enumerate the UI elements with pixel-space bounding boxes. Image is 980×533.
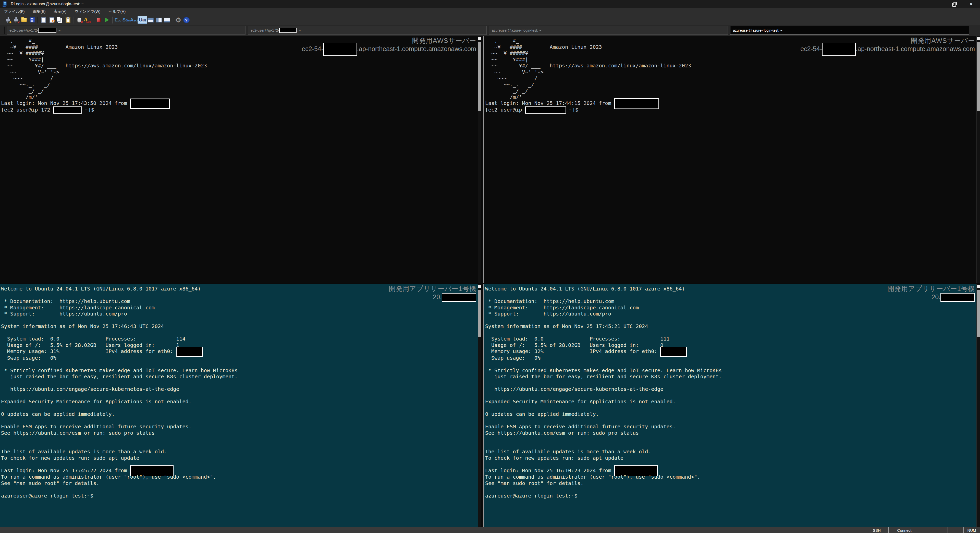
redaction-box xyxy=(614,465,658,476)
terminal-pane-bottom-right: Welcome to Ubuntu 24.04.1 LTS (GNU/Linux… xyxy=(484,284,980,527)
stop-icon[interactable] xyxy=(95,16,102,24)
terminal-output[interactable]: , #_ ~¥_ ####_ Amazon Linux 2023 ~~ ¥_##… xyxy=(0,36,478,283)
start-icon[interactable] xyxy=(103,16,110,24)
toolbar: + × ↻ × Euc SJis Ascii Utf8 ⚙ ? xyxy=(0,15,980,25)
redaction-box xyxy=(53,107,82,114)
close-button[interactable]: × xyxy=(962,0,980,8)
paste-icon[interactable] xyxy=(64,16,72,24)
encoding-sjis-button[interactable]: SJis xyxy=(122,16,130,24)
scrollbar-thumb[interactable] xyxy=(977,42,980,111)
status-protocol: SSH xyxy=(865,527,889,533)
rlogin-window: RLogin - azureuser@azure-rlogin-test: ~ … xyxy=(0,0,980,533)
split-vertical-icon[interactable] xyxy=(155,16,162,24)
titlebar: RLogin - azureuser@azure-rlogin-test: ~ … xyxy=(0,0,980,8)
toolbar-separator xyxy=(38,17,38,24)
scrollbar[interactable] xyxy=(977,284,980,527)
menu-help[interactable]: ヘルプ(H) xyxy=(104,8,130,15)
status-numlock: NUM xyxy=(964,527,980,533)
redaction-box xyxy=(130,465,173,476)
scrollbar[interactable] xyxy=(478,36,481,283)
split-horizontal-icon[interactable] xyxy=(147,16,154,24)
redaction-box xyxy=(130,99,170,109)
settings-gear-icon[interactable]: ⚙ xyxy=(174,16,182,24)
tabbar-grip[interactable] xyxy=(3,27,5,34)
status-empty-1 xyxy=(920,527,948,533)
scrollbar[interactable] xyxy=(977,36,980,283)
scrollbar-thumb[interactable] xyxy=(478,290,481,337)
menu-window[interactable]: ウィンドウ(W) xyxy=(71,8,105,15)
encoding-utf8-button[interactable]: Utf8 xyxy=(138,16,146,24)
toolbar-separator xyxy=(93,17,93,24)
scrollbar-thumb[interactable] xyxy=(977,290,980,337)
disconnect-icon[interactable]: × xyxy=(12,16,20,24)
redaction-box xyxy=(279,28,297,33)
tab-azure-session-1[interactable]: azureuser@azure-rlogin-test: ~ xyxy=(489,26,728,35)
new-document-icon[interactable] xyxy=(40,16,47,24)
copy-icon[interactable] xyxy=(56,16,64,24)
font-settings-icon[interactable] xyxy=(83,16,91,24)
terminal-pane-top-right: , #_ ~¥_ ####_ Amazon Linux 2023 ~~ ¥_##… xyxy=(484,36,980,283)
scrollbar-thumb[interactable] xyxy=(478,42,481,111)
minimize-button[interactable] xyxy=(926,0,944,8)
redaction-box xyxy=(525,107,566,114)
toolbar-separator xyxy=(73,17,74,24)
save-icon[interactable] xyxy=(28,16,36,24)
single-pane-icon[interactable] xyxy=(163,16,171,24)
terminal-output[interactable]: Welcome to Ubuntu 24.04.1 LTS (GNU/Linux… xyxy=(484,284,977,527)
terminal-pane-top-left: , #_ ~¥_ ####_ Amazon Linux 2023 ~~ ¥_##… xyxy=(0,36,481,283)
redaction-box xyxy=(38,28,56,33)
help-icon[interactable]: ? xyxy=(183,16,190,24)
menu-file[interactable]: ファイル(F) xyxy=(0,8,29,15)
encoding-ascii-button[interactable]: Ascii xyxy=(130,16,138,24)
new-connection-icon[interactable]: + xyxy=(4,16,11,24)
open-file-icon[interactable] xyxy=(20,16,28,24)
mouse-clear-icon[interactable]: × xyxy=(75,16,83,24)
tab-azure-session-2[interactable]: azureuser@azure-rlogin-test: ~ xyxy=(730,26,969,35)
status-empty-2 xyxy=(948,527,964,533)
restore-button[interactable] xyxy=(944,0,962,8)
scrollbar[interactable] xyxy=(478,284,481,527)
terminal-grid: , #_ ~¥_ ####_ Amazon Linux 2023 ~~ ¥_##… xyxy=(0,36,980,527)
session-tabbar: ec2-user@ip-172-: ~ ec2-user@ip-172-: ~ … xyxy=(0,25,980,36)
rlogin-app-icon xyxy=(2,1,8,7)
redaction-box xyxy=(176,347,203,357)
tab-ec2-session-2[interactable]: ec2-user@ip-172-: ~ xyxy=(248,26,487,35)
terminal-pane-bottom-left: Welcome to Ubuntu 24.04.1 LTS (GNU/Linux… xyxy=(0,284,481,527)
toolbar-separator xyxy=(112,17,113,24)
window-title: RLogin - azureuser@azure-rlogin-test: ~ xyxy=(11,2,84,6)
redaction-box xyxy=(660,347,687,357)
reload-document-icon[interactable]: ↻ xyxy=(48,16,56,24)
terminal-output[interactable]: , #_ ~¥_ ####_ Amazon Linux 2023 ~~ ¥_##… xyxy=(484,36,977,283)
encoding-euc-button[interactable]: Euc xyxy=(114,16,122,24)
toolbar-separator xyxy=(172,17,173,24)
status-connection: Connect xyxy=(889,527,920,533)
toolbar-grip[interactable] xyxy=(1,17,2,23)
menubar: ファイル(F) 編集(E) 表示(V) ウィンドウ(W) ヘルプ(H) xyxy=(0,8,980,15)
tab-ec2-session-1[interactable]: ec2-user@ip-172-: ~ xyxy=(6,26,245,35)
menu-view[interactable]: 表示(V) xyxy=(50,8,71,15)
redaction-box xyxy=(614,98,659,109)
terminal-output[interactable]: Welcome to Ubuntu 24.04.1 LTS (GNU/Linux… xyxy=(0,284,478,527)
statusbar: SSH Connect NUM xyxy=(0,527,980,533)
menu-edit[interactable]: 編集(E) xyxy=(29,8,50,15)
